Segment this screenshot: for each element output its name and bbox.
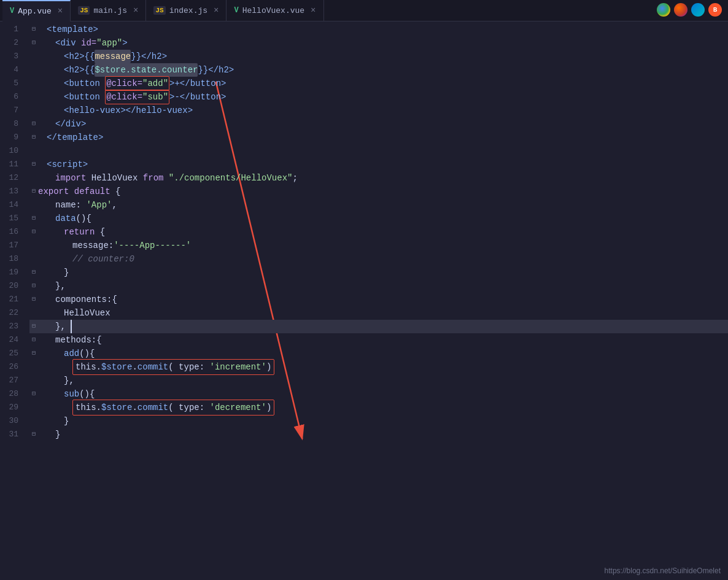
tag-hello-vuex: <hello-vuex></hello-vuex> (64, 104, 193, 117)
collapse-icon-16[interactable]: ⊟ (29, 228, 38, 236)
methods-key: methods (55, 333, 91, 347)
code-line-25: ⊟ add (){ (29, 347, 728, 360)
import-path: "./components/HelloVuex" (169, 171, 293, 185)
comment-counter: // counter:0 (72, 252, 134, 266)
code-line-21: ⊟ components :{ (29, 293, 728, 306)
collapse-icon-23[interactable]: ⊟ (29, 322, 38, 331)
line-num-26: 26 (0, 360, 25, 374)
tag-button-sub: <button (64, 90, 105, 104)
collapse-icon-25[interactable]: ⊟ (29, 349, 38, 358)
line-num-21: 21 (0, 293, 25, 306)
edge-icon[interactable] (691, 3, 705, 17)
collapse-icon-28[interactable]: ⊟ (29, 390, 38, 398)
tab-label: HelloVuex.vue (242, 6, 304, 15)
close-brace-19: } (64, 266, 69, 279)
line-num-30: 30 (0, 414, 25, 428)
line-num-5: 5 (0, 77, 25, 90)
tag-button-add: <button (64, 77, 105, 90)
store-1: $store (101, 360, 132, 374)
tab-index-js[interactable]: JS index.js × (146, 0, 227, 21)
line-num-28: 28 (0, 387, 25, 401)
collapse-icon-21[interactable]: ⊟ (29, 295, 38, 304)
tag-template-close: </template> (47, 131, 103, 144)
code-line-13: ⊟ export default { (29, 185, 728, 198)
code-line-30: } (29, 414, 728, 428)
attr-click-sub: @click= (106, 92, 142, 102)
collapse-icon-13[interactable]: ⊟ (29, 187, 38, 196)
line-num-4: 4 (0, 63, 25, 77)
collapse-icon-9[interactable]: ⊟ (29, 133, 38, 142)
code-line-6: <button @click="sub" >-</button> (29, 90, 728, 104)
data-func: data (55, 212, 76, 225)
line-num-27: 27 (0, 374, 25, 387)
collapse-icon-2[interactable]: ⊟ (29, 39, 38, 47)
line-num-11: 11 (0, 158, 25, 171)
collapse-icon-31[interactable]: ⊟ (29, 430, 38, 439)
components-key: components (55, 293, 107, 306)
semicolon-1: ; (292, 171, 297, 185)
colon-type-2: : (199, 401, 210, 414)
commit-1: commit (137, 360, 168, 374)
import-name: HelloVuex (91, 171, 143, 185)
browser-icons: B (657, 3, 722, 17)
tab-close-icon[interactable]: × (311, 6, 316, 15)
collapse-icon-19[interactable]: ⊟ (29, 268, 38, 277)
line-num-3: 3 (0, 50, 25, 63)
line-num-22: 22 (0, 306, 25, 320)
code-line-20: ⊟ }, (29, 279, 728, 293)
code-line-12: import HelloVuex from "./components/Hell… (29, 171, 728, 185)
tag-h2-1-close: }}</h2> (131, 50, 167, 63)
line-num-7: 7 (0, 104, 25, 117)
close-brace-23: }, (55, 320, 66, 333)
obj-open-13: { (115, 185, 120, 198)
code-line-14: name : 'App' , (29, 198, 728, 212)
tab-close-icon[interactable]: × (58, 6, 63, 16)
firefox-icon[interactable] (674, 3, 687, 17)
collapse-icon-11[interactable]: ⊟ (29, 160, 38, 169)
colon-21: :{ (107, 293, 117, 306)
tab-close-icon[interactable]: × (214, 6, 219, 15)
code-line-11: ⊟ <script> (29, 158, 728, 171)
brave-icon[interactable]: B (708, 3, 722, 17)
message-interpolation: message (95, 50, 131, 63)
line-num-19: 19 (0, 266, 25, 279)
paren-open-2: ( (168, 401, 179, 414)
attr-id-val: "app" (96, 36, 122, 50)
cursor-23 (66, 320, 72, 333)
sub-func: sub (64, 387, 79, 401)
dot-commit-2: . (132, 401, 137, 414)
tab-app-vue[interactable]: V App.vue × (2, 0, 71, 21)
line-num-29: 29 (0, 401, 25, 414)
tab-close-icon[interactable]: × (133, 6, 138, 15)
code-line-18: // counter:0 (29, 252, 728, 266)
line-num-25: 25 (0, 347, 25, 360)
collapse-icon-20[interactable]: ⊟ (29, 282, 38, 290)
watermark: https://blog.csdn.net/SuihideOmelet (605, 566, 721, 575)
code-line-10 (29, 144, 728, 158)
collapse-icon-24[interactable]: ⊟ (29, 336, 38, 344)
keyword-from: from (143, 171, 169, 185)
collapse-icon-15[interactable]: ⊟ (29, 214, 38, 223)
tab-main-js[interactable]: JS main.js × (71, 0, 146, 21)
name-key: name (55, 198, 76, 212)
close-brace-30: } (64, 414, 69, 428)
line-num-15: 15 (0, 212, 25, 225)
attr-click-sub-val: "sub" (142, 92, 168, 102)
collapse-icon-8[interactable]: ⊟ (29, 120, 38, 128)
red-box-add: @click="add" (105, 76, 169, 91)
paren-open-1: ( (168, 360, 179, 374)
collapse-icon-1[interactable]: ⊟ (29, 25, 38, 34)
code-line-19: ⊟ } (29, 266, 728, 279)
hello-vuex-comp: HelloVuex (64, 306, 110, 320)
tab-hello-vuex[interactable]: V HelloVuex.vue × (227, 0, 323, 21)
tab-label: index.js (169, 6, 207, 15)
increment-val: 'increment' (210, 360, 266, 374)
chrome-icon[interactable] (657, 3, 670, 17)
code-content[interactable]: ⊟ <template> ⊟ <div id= "app" > <h2>{{ m… (25, 21, 728, 580)
tag-script: <script> (47, 158, 88, 171)
code-line-17: message : '----App------' (29, 239, 728, 252)
name-val: 'App' (86, 198, 112, 212)
line-num-24: 24 (0, 333, 25, 347)
add-func: add (64, 347, 79, 360)
code-line-24: ⊟ methods :{ (29, 333, 728, 347)
